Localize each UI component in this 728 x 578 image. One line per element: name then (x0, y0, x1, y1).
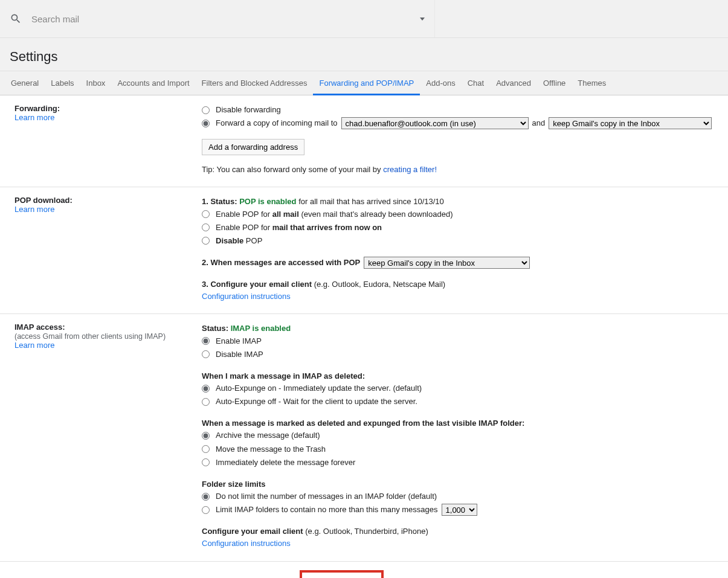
actions-row: Save Changes Cancel (0, 562, 728, 578)
imap-deleted-heading: When I mark a message in IMAP as deleted… (202, 371, 365, 381)
radio-pop-all-mail[interactable] (202, 210, 210, 218)
imap-folder-size-heading: Folder size limits (202, 480, 265, 489)
section-forwarding: Forwarding: Learn more Disable forwardin… (0, 95, 728, 187)
label-pop-disable-bold: Disable (216, 236, 243, 245)
tab-filters[interactable]: Filters and Blocked Addresses (196, 71, 314, 95)
select-pop-action[interactable]: keep Gmail's copy in the Inbox (364, 257, 530, 269)
tab-forwarding-pop-imap[interactable]: Forwarding and POP/IMAP (313, 71, 420, 95)
radio-exp-archive[interactable] (202, 432, 210, 440)
label-pop-all-post: (even mail that's already been downloade… (299, 210, 453, 219)
pop-step3-eg: (e.g. Outlook, Eudora, Netscape Mail) (312, 280, 445, 289)
pop-status-value: POP is enabled (239, 197, 296, 206)
imap-config-instructions-link[interactable]: Configuration instructions (202, 539, 291, 548)
label-exp-archive: Archive the message (default) (216, 429, 320, 442)
create-filter-link[interactable]: creating a filter! (383, 165, 437, 174)
label-pop-now-pre: Enable POP for (216, 223, 272, 232)
pop-config-instructions-link[interactable]: Configuration instructions (202, 292, 291, 301)
section-pop: POP download: Learn more 1. Status: POP … (0, 187, 728, 314)
imap-configure-label: Configure your email client (202, 527, 303, 536)
search-options-caret-icon[interactable] (420, 18, 425, 21)
label-auto-expunge-on: Auto-Expunge on - Immediately update the… (216, 382, 422, 394)
forwarding-learn-more-link[interactable]: Learn more (14, 113, 54, 122)
label-disable-forwarding: Disable forwarding (216, 104, 281, 116)
label-pop-all-bold: all mail (272, 210, 299, 219)
label-pop-all-pre: Enable POP for (216, 210, 272, 219)
imap-expunged-heading: When a message is marked as deleted and … (202, 419, 524, 428)
radio-pop-from-now[interactable] (202, 223, 210, 231)
tab-offline[interactable]: Offline (537, 71, 572, 95)
select-forward-action[interactable]: keep Gmail's copy in the Inbox (549, 117, 712, 129)
label-disable-imap: Disable IMAP (216, 348, 263, 361)
radio-disable-forwarding[interactable] (202, 106, 210, 114)
tab-inbox[interactable]: Inbox (80, 71, 112, 95)
radio-forward-copy[interactable] (202, 120, 210, 127)
label-size-no-limit: Do not limit the number of messages in a… (216, 490, 437, 503)
label-size-limit: Limit IMAP folders to contain no more th… (216, 504, 438, 516)
radio-size-limit[interactable] (202, 506, 210, 514)
radio-exp-trash[interactable] (202, 445, 210, 453)
imap-status-value: IMAP is enabled (231, 324, 291, 333)
label-auto-expunge-off: Auto-Expunge off - Wait for the client t… (216, 396, 417, 408)
tab-themes[interactable]: Themes (572, 71, 612, 95)
save-highlight-box: Save Changes (300, 570, 384, 578)
search-input[interactable] (30, 13, 415, 25)
select-folder-size-limit[interactable]: 1,000 (442, 504, 477, 516)
pop-status-label: 1. Status: (202, 197, 239, 206)
radio-auto-expunge-on[interactable] (202, 385, 210, 393)
forwarding-title: Forwarding: (14, 104, 60, 113)
imap-title: IMAP access: (14, 323, 65, 332)
imap-subtitle: (access Gmail from other clients using I… (14, 332, 166, 341)
tab-chat[interactable]: Chat (462, 71, 490, 95)
pop-title: POP download: (14, 196, 72, 205)
pop-step2-label: 2. When messages are accessed with POP (202, 257, 360, 269)
select-forward-destination[interactable]: chad.buenaflor@outlook.com (in use) (341, 117, 529, 129)
label-exp-delete: Immediately delete the message forever (216, 457, 355, 469)
radio-enable-imap[interactable] (202, 337, 210, 345)
pop-learn-more-link[interactable]: Learn more (14, 205, 54, 214)
section-imap: IMAP access: (access Gmail from other cl… (0, 314, 728, 561)
add-forwarding-address-button[interactable]: Add a forwarding address (202, 139, 304, 155)
radio-size-no-limit[interactable] (202, 493, 210, 501)
tab-labels[interactable]: Labels (45, 71, 80, 95)
radio-auto-expunge-off[interactable] (202, 398, 210, 406)
radio-exp-delete[interactable] (202, 458, 210, 466)
radio-pop-disable[interactable] (202, 237, 210, 245)
radio-disable-imap[interactable] (202, 350, 210, 358)
tab-addons[interactable]: Add-ons (420, 71, 461, 95)
tab-general[interactable]: General (5, 71, 45, 95)
label-forward-copy: Forward a copy of incoming mail to (216, 117, 338, 129)
label-and: and (532, 117, 546, 129)
tab-accounts[interactable]: Accounts and Import (111, 71, 195, 95)
pop-step3-label: 3. Configure your email client (202, 280, 312, 289)
pop-status-since: for all mail that has arrived since 10/1… (297, 197, 444, 206)
forwarding-tip-text: Tip: You can also forward only some of y… (202, 165, 383, 174)
label-pop-now-bold: mail that arrives from now on (272, 223, 382, 232)
imap-learn-more-link[interactable]: Learn more (14, 341, 54, 350)
search-icon (10, 13, 22, 25)
label-exp-trash: Move the message to the Trash (216, 443, 326, 455)
label-enable-imap: Enable IMAP (216, 335, 262, 347)
label-pop-disable-post: POP (243, 236, 262, 245)
page-title: Settings (10, 49, 58, 64)
imap-configure-eg: (e.g. Outlook, Thunderbird, iPhone) (303, 527, 428, 536)
tab-advanced[interactable]: Advanced (490, 71, 537, 95)
settings-tabs: General Labels Inbox Accounts and Import… (0, 71, 728, 95)
search-bar (0, 0, 728, 38)
imap-status-label: Status: (202, 324, 231, 333)
